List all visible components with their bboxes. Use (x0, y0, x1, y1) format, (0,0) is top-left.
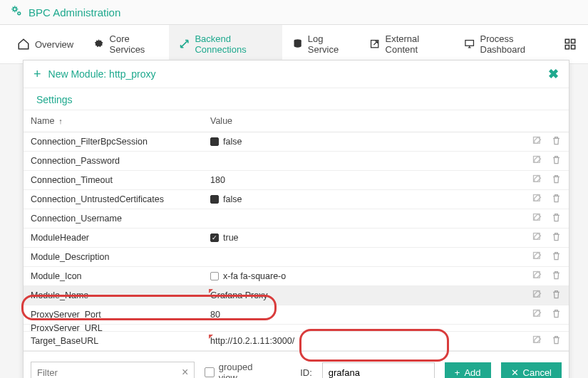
table-header: Name↑ Value (24, 110, 569, 132)
table-row[interactable]: Module_Description (24, 248, 569, 267)
edit-icon[interactable] (532, 289, 542, 302)
table-row[interactable]: ModuleHeader ✓true (24, 229, 569, 248)
close-icon: ✕ (511, 367, 519, 378)
edit-icon[interactable] (532, 154, 542, 167)
checkbox-icon (210, 137, 219, 146)
tab-backend-connections[interactable]: Backend Connections (169, 25, 282, 63)
tab-process-dashboard[interactable]: Process Dashboard (454, 25, 559, 63)
tab-more[interactable] (559, 29, 581, 59)
table-row[interactable]: Connection_UntrustedCertificates false (24, 190, 569, 209)
table-row[interactable]: Module_Name Grafana Proxy (24, 286, 569, 305)
edit-icon[interactable] (532, 335, 542, 347)
col-value-header[interactable]: Value (210, 116, 512, 126)
setting-name: ModuleHeader (31, 233, 210, 243)
sort-asc-icon: ↑ (58, 117, 63, 125)
edit-icon[interactable] (532, 135, 542, 148)
delete-icon[interactable] (551, 135, 562, 148)
edit-icon[interactable] (532, 231, 542, 244)
tab-external-content[interactable]: External Content (359, 25, 454, 63)
setting-value: ✓true (210, 233, 512, 243)
setting-name: Module_Name (31, 290, 210, 300)
checkbox-checked-icon: ✓ (210, 233, 219, 242)
tab-label: Overview (35, 39, 73, 50)
panel-title: New Module: http_proxy (48, 68, 156, 80)
cancel-button[interactable]: ✕ Cancel (501, 362, 562, 379)
arrows-icon (179, 38, 190, 51)
setting-name: Connection_Timeout (31, 175, 210, 185)
setting-name: Connection_Username (31, 214, 210, 224)
table-row[interactable]: ProxyServer_URL (24, 325, 569, 332)
delete-icon[interactable] (551, 231, 562, 244)
svg-rect-5 (465, 41, 474, 46)
table-row[interactable]: ProxyServer_Port 80 (24, 305, 569, 325)
grouped-label: grouped view (219, 362, 272, 378)
delete-icon[interactable] (551, 251, 562, 263)
nav-tabs: Overview Core Services Backend Connectio… (0, 25, 588, 64)
app-header: BPC Administration (0, 0, 588, 25)
table-row[interactable]: Connection_FilterBpcSession false (24, 132, 569, 152)
checkbox-icon (205, 367, 215, 377)
delete-icon[interactable] (551, 212, 562, 225)
table-row[interactable]: Connection_Timeout 180 (24, 171, 569, 190)
edit-icon[interactable] (532, 251, 542, 263)
id-input[interactable] (322, 362, 435, 379)
tab-label: Process Dashboard (480, 33, 550, 55)
delete-icon[interactable] (551, 193, 562, 206)
edit-icon[interactable] (532, 174, 542, 187)
delete-icon[interactable] (551, 289, 562, 302)
tab-label: External Content (386, 33, 445, 55)
setting-value: false (210, 194, 512, 204)
table-row[interactable]: Module_Icon x-fa fa-square-o (24, 267, 569, 286)
filter-input-wrapper: × (31, 362, 195, 378)
table-row[interactable]: Connection_Password (24, 152, 569, 171)
delete-icon[interactable] (551, 174, 562, 187)
clear-icon[interactable]: × (182, 366, 188, 378)
plus-icon: + (33, 67, 41, 82)
setting-name: Connection_UntrustedCertificates (31, 194, 210, 204)
panel-header: + New Module: http_proxy ✖ (24, 61, 569, 88)
table-row[interactable]: Connection_Username (24, 209, 569, 229)
gears-icon (10, 4, 23, 20)
edit-icon[interactable] (532, 212, 542, 225)
delete-icon[interactable] (551, 154, 562, 167)
setting-name: ProxyServer_Port (31, 310, 210, 320)
delete-icon[interactable] (551, 308, 562, 321)
svg-point-0 (14, 8, 17, 11)
close-icon[interactable]: ✖ (548, 66, 559, 82)
table-row[interactable]: Target_BaseURL http://10.2.1.11:3000/ (24, 332, 569, 351)
new-module-panel: + New Module: http_proxy ✖ Settings Name… (23, 60, 569, 378)
panel-footer: × grouped view ID: + Add ✕ Cancel (24, 351, 569, 378)
setting-name: Connection_FilterBpcSession (31, 137, 210, 147)
tab-label: Backend Connections (195, 33, 272, 55)
tab-core-services[interactable]: Core Services (83, 25, 169, 63)
add-button[interactable]: + Add (445, 362, 491, 379)
home-icon (17, 38, 30, 51)
edit-icon[interactable] (532, 270, 542, 283)
svg-rect-9 (572, 46, 575, 49)
filter-input[interactable] (37, 367, 182, 378)
setting-value: 180 (210, 175, 512, 185)
svg-rect-7 (572, 39, 575, 43)
col-name-header[interactable]: Name↑ (31, 116, 210, 126)
tab-log-service[interactable]: Log Service (282, 25, 360, 63)
setting-name: Module_Description (31, 252, 210, 262)
setting-name: Target_BaseURL (31, 336, 210, 346)
setting-name: ProxyServer_URL (31, 325, 210, 332)
setting-value: Grafana Proxy (210, 290, 512, 300)
setting-value: false (210, 137, 512, 147)
svg-rect-6 (565, 39, 569, 43)
setting-value: 80 (210, 310, 512, 320)
square-icon (210, 272, 219, 280)
grouped-view-toggle[interactable]: grouped view (205, 362, 272, 378)
setting-name: Module_Icon (31, 271, 210, 281)
setting-name: Connection_Password (31, 156, 210, 166)
monitor-icon (464, 38, 475, 51)
id-label: ID: (300, 367, 312, 378)
setting-value: x-fa fa-square-o (210, 271, 512, 281)
gear-icon (93, 38, 104, 51)
delete-icon[interactable] (551, 270, 562, 283)
delete-icon[interactable] (551, 335, 562, 347)
edit-icon[interactable] (532, 193, 542, 206)
edit-icon[interactable] (532, 308, 542, 321)
tab-overview[interactable]: Overview (7, 29, 83, 59)
